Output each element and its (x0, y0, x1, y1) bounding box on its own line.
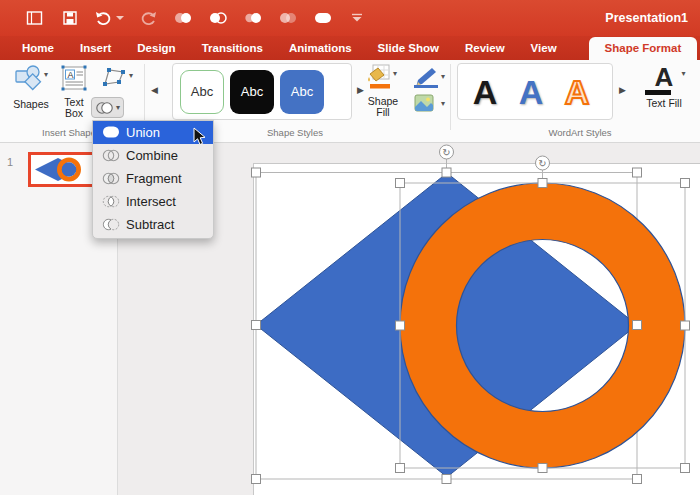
menu-item-intersect[interactable]: Intersect (93, 190, 213, 213)
combine-icon (102, 148, 120, 163)
svg-text:▾: ▾ (44, 70, 48, 79)
menu-item-label: Subtract (126, 217, 174, 232)
menu-item-label: Combine (126, 148, 178, 163)
intersect-icon (102, 194, 120, 209)
text-box-icon: A (59, 83, 89, 95)
wordart-gallery: A A A (457, 63, 613, 120)
group-separator (450, 64, 451, 130)
text-box-label: Text Box (54, 97, 94, 119)
text-fill-icon: A ▾ (636, 62, 692, 96)
shapes-label: Shapes (8, 99, 54, 110)
tab-view[interactable]: View (531, 42, 557, 60)
wordart-next-arrow[interactable]: ▶ (619, 85, 626, 95)
wordart-chip-2[interactable]: A (508, 67, 554, 117)
slide-canvas[interactable] (253, 163, 700, 495)
tab-home[interactable]: Home (22, 42, 54, 60)
edit-shape-button[interactable]: ▾ (98, 64, 138, 92)
shapes-button[interactable]: ▾ Shapes (8, 63, 54, 110)
svg-text:A: A (68, 70, 74, 80)
mouse-cursor (193, 127, 207, 151)
subtract-icon (102, 217, 120, 232)
menu-item-subtract[interactable]: Subtract (93, 213, 213, 236)
svg-text:▾: ▾ (393, 69, 397, 78)
shape-outline-icon: ▾ (410, 66, 448, 88)
toolbar-options-icon[interactable] (348, 7, 366, 29)
menu-item-label: Union (126, 125, 160, 140)
text-box-button[interactable]: A Text Box (54, 63, 94, 119)
shape-style-chip-2[interactable]: Abc (230, 70, 274, 114)
shape-effects-button[interactable]: ▾ (408, 93, 450, 117)
redo-icon[interactable] (137, 7, 159, 29)
window-title: Presentation1 (605, 11, 688, 25)
new-presentation-icon[interactable] (22, 7, 46, 29)
svg-text:▾: ▾ (441, 72, 445, 81)
shapes-icon: ▾ (13, 85, 49, 97)
shape-outline-button[interactable]: ▾ (408, 66, 450, 90)
fragment-icon (102, 171, 120, 186)
shape-style-chip-3[interactable]: Abc (280, 70, 324, 114)
undo-dropdown-icon[interactable] (115, 7, 125, 29)
slide-thumbnail[interactable] (28, 152, 102, 187)
merge-shapes-dropdown-arrow: ▾ (116, 103, 120, 112)
shape-styles-gallery: Abc Abc Abc (172, 63, 352, 120)
ribbon-tab-bar: Home Insert Design Transitions Animation… (0, 36, 700, 60)
tab-slide-show[interactable]: Slide Show (378, 42, 439, 60)
wordart-chip-1[interactable]: A (462, 67, 508, 117)
shape-style-chip-1[interactable]: Abc (180, 70, 224, 114)
tab-shape-format[interactable]: Shape Format (589, 37, 698, 60)
merge-shapes-button[interactable]: ▾ (91, 97, 124, 118)
svg-text:▾: ▾ (441, 99, 445, 108)
tab-review[interactable]: Review (465, 42, 505, 60)
tab-design[interactable]: Design (137, 42, 175, 60)
menu-item-label: Intersect (126, 194, 176, 209)
title-bar: Presentation1 (0, 0, 700, 36)
menu-item-fragment[interactable]: Fragment (93, 167, 213, 190)
slide-number: 1 (7, 156, 13, 168)
union-icon (102, 125, 120, 140)
tab-insert[interactable]: Insert (80, 42, 111, 60)
save-icon[interactable] (58, 7, 82, 29)
svg-text:▾: ▾ (129, 71, 133, 80)
merge-union-icon[interactable] (172, 7, 194, 29)
shape-styles-group-label: Shape Styles (240, 127, 350, 138)
undo-icon[interactable] (93, 7, 115, 29)
merge-subtract-icon[interactable] (312, 7, 334, 29)
shape-effects-icon: ▾ (410, 93, 448, 115)
text-fill-button[interactable]: A ▾ Text Fill (636, 62, 692, 109)
shape-fill-button[interactable]: ▾ Shape Fill (362, 64, 404, 118)
wordart-group-label: WordArt Styles (520, 127, 640, 138)
shape-fill-icon: ▾ (366, 64, 400, 92)
merge-shapes-icon (95, 101, 114, 115)
tab-transitions[interactable]: Transitions (202, 42, 263, 60)
text-fill-label: Text Fill (636, 98, 692, 109)
quick-access-toolbar (22, 7, 366, 29)
merge-intersect-icon[interactable] (277, 7, 299, 29)
tab-animations[interactable]: Animations (289, 42, 352, 60)
merge-combine-icon[interactable] (207, 7, 229, 29)
wordart-chip-3[interactable]: A (554, 67, 600, 117)
menu-item-label: Fragment (126, 171, 182, 186)
edit-shape-icon: ▾ (99, 64, 137, 90)
merge-fragment-icon[interactable] (242, 7, 264, 29)
shape-styles-prev-arrow[interactable]: ◀ (151, 85, 158, 95)
slide-thumbnail-preview (31, 155, 99, 184)
shape-fill-label: Shape Fill (362, 96, 404, 118)
